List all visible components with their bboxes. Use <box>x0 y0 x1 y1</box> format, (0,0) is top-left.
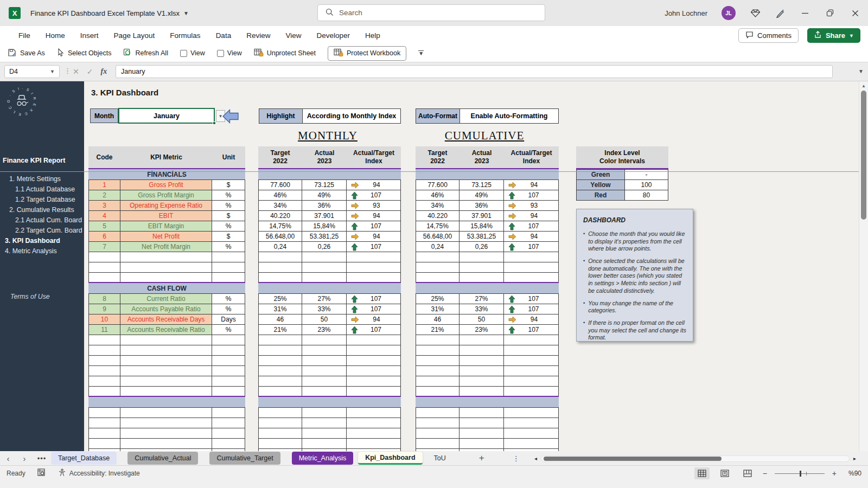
menu-tab[interactable]: Review <box>239 26 278 44</box>
kpi-unit-cell[interactable]: $ <box>212 211 245 221</box>
target-cell[interactable]: 31% <box>416 304 459 314</box>
index-cell[interactable]: 93 <box>504 201 559 211</box>
sidebar-nav-item[interactable]: 1. Metric Settings <box>0 174 84 184</box>
index-cell[interactable]: 107 <box>347 190 401 201</box>
close-icon[interactable] <box>850 8 860 18</box>
view-checkbox-1[interactable]: View <box>180 49 205 57</box>
target-cell[interactable]: 34% <box>416 201 459 211</box>
actual-cell[interactable]: 0,26 <box>302 242 347 252</box>
target-cell[interactable]: 56.648,00 <box>416 232 459 242</box>
zoom-out-icon[interactable]: − <box>763 469 767 478</box>
actual-cell[interactable]: 27% <box>302 294 347 304</box>
kpi-code-cell[interactable]: 9 <box>88 304 120 314</box>
kpi-unit-cell[interactable]: % <box>212 325 245 335</box>
zoom-slider-thumb[interactable] <box>800 471 801 477</box>
menu-tab[interactable]: View <box>278 26 309 44</box>
menu-tab[interactable]: File <box>11 26 38 44</box>
index-cell[interactable]: 93 <box>347 201 401 211</box>
empty-row[interactable] <box>88 418 245 428</box>
index-cell[interactable]: 107 <box>347 221 401 232</box>
kpi-code-cell[interactable]: 7 <box>88 242 120 252</box>
actual-cell[interactable]: 15,84% <box>459 221 504 232</box>
kpi-unit-cell[interactable]: % <box>212 294 245 304</box>
empty-row[interactable] <box>88 408 245 418</box>
unprotect-sheet-button[interactable]: Unprotect Sheet <box>254 48 316 59</box>
index-cell[interactable]: 107 <box>504 304 559 314</box>
name-box[interactable]: D4 ▼ <box>4 65 60 78</box>
target-cell[interactable]: 46% <box>416 190 459 201</box>
empty-row[interactable] <box>416 252 559 262</box>
page-break-preview-icon[interactable] <box>740 467 755 479</box>
empty-row[interactable] <box>258 408 401 418</box>
protect-workbook-button[interactable]: Protect Workbook <box>328 46 406 61</box>
menu-tab[interactable]: Help <box>358 26 388 44</box>
normal-view-icon[interactable] <box>694 467 710 479</box>
sheet-tab[interactable]: Metric_Analysis <box>292 452 354 465</box>
sheet-tab[interactable]: Target_Database <box>51 452 117 465</box>
actual-cell[interactable]: 53.381,25 <box>459 232 504 242</box>
monthly-table-header[interactable]: Target2022 Actual2023 Actual/TargetIndex <box>258 146 401 169</box>
section-band[interactable] <box>258 283 401 293</box>
highlight-control[interactable]: Highlight According to Monthly Index <box>259 108 401 124</box>
menu-tab[interactable]: Developer <box>309 26 358 44</box>
view-checkbox-2[interactable]: View <box>217 49 242 57</box>
actual-cell[interactable]: 36% <box>459 201 504 211</box>
insert-function-icon[interactable]: fx <box>100 67 107 76</box>
kpi-unit-cell[interactable]: % <box>212 242 245 252</box>
section-financials[interactable]: FİNANCİALS <box>88 169 245 179</box>
target-cell[interactable]: 25% <box>258 294 302 304</box>
actual-cell[interactable]: 27% <box>459 294 504 304</box>
macro-record-icon[interactable] <box>37 468 46 478</box>
sheet-tab[interactable]: Cumulative_Actual <box>127 452 198 465</box>
actual-cell[interactable]: 49% <box>459 190 504 201</box>
cancel-icon[interactable]: ✕ <box>73 67 79 76</box>
zoom-slider[interactable] <box>775 473 825 474</box>
horizontal-scrollbar[interactable]: ◂ ▸ <box>534 455 856 462</box>
index-cell[interactable]: 107 <box>347 242 401 252</box>
sheet-list-icon[interactable]: ••• <box>33 454 51 463</box>
index-cell[interactable]: 94 <box>504 314 559 325</box>
index-cell[interactable]: 107 <box>347 304 401 314</box>
index-cell[interactable]: 94 <box>347 232 401 242</box>
page-layout-icon[interactable] <box>717 467 732 479</box>
index-cell[interactable]: 107 <box>504 190 559 201</box>
sidebar-nav-item[interactable]: 2. Cumulative Results <box>0 204 84 215</box>
scroll-left-icon[interactable]: ◂ <box>534 455 541 461</box>
kpi-metric-cell[interactable]: Accounts Receivable Days <box>120 314 212 325</box>
kpi-unit-cell[interactable]: % <box>212 304 245 314</box>
empty-row[interactable] <box>416 335 559 345</box>
target-cell[interactable]: 25% <box>416 294 459 304</box>
menu-tab[interactable]: Insert <box>73 26 106 44</box>
index-cell[interactable]: 107 <box>504 242 559 252</box>
index-cell[interactable]: 94 <box>347 180 401 190</box>
empty-row[interactable] <box>258 273 401 283</box>
actual-cell[interactable]: 23% <box>459 325 504 335</box>
index-cell[interactable]: 107 <box>504 221 559 232</box>
kpi-metric-cell[interactable]: Operating Expense Ratio <box>120 201 212 211</box>
empty-row[interactable] <box>88 366 245 376</box>
enter-icon[interactable]: ✓ <box>87 67 93 76</box>
level-color-cell[interactable]: Yellow <box>576 180 625 190</box>
kpi-unit-cell[interactable]: $ <box>212 180 245 190</box>
actual-cell[interactable]: 0,26 <box>459 242 504 252</box>
target-cell[interactable]: 77.600 <box>416 180 459 190</box>
sidebar-nav-item[interactable]: 2.1 Actual Cum. Board <box>0 215 84 225</box>
level-value-cell[interactable]: 80 <box>625 190 668 201</box>
index-level-header[interactable]: Index LevelColor Intervals <box>576 146 668 169</box>
empty-row[interactable] <box>88 428 245 439</box>
menu-tab[interactable]: Data <box>208 26 239 44</box>
empty-row[interactable] <box>258 418 401 428</box>
kpi-code-cell[interactable]: 4 <box>88 211 120 221</box>
index-cell[interactable]: 107 <box>347 325 401 335</box>
empty-row[interactable] <box>416 376 559 387</box>
empty-row[interactable] <box>416 262 559 273</box>
kpi-unit-cell[interactable]: % <box>212 190 245 201</box>
kpi-table-header[interactable]: Code KPI Metric Unit <box>88 146 245 169</box>
target-cell[interactable]: 31% <box>258 304 302 314</box>
empty-row[interactable] <box>88 273 245 283</box>
kpi-metric-cell[interactable]: Net Profit Margin <box>120 242 212 252</box>
empty-row[interactable] <box>88 356 245 366</box>
kpi-code-cell[interactable]: 1 <box>88 180 120 190</box>
sidebar-nav-item[interactable]: 1.2 Target Database <box>0 194 84 204</box>
index-cell[interactable]: 94 <box>504 180 559 190</box>
